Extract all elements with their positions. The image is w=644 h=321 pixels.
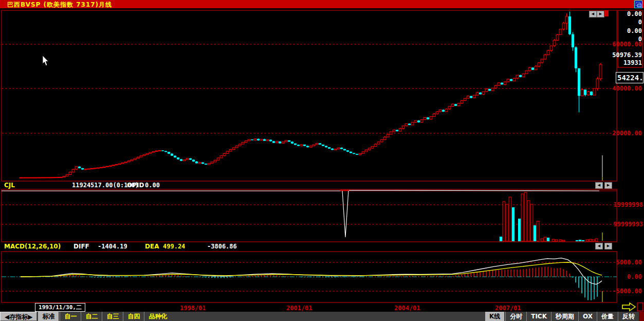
chart-canvas <box>0 0 644 321</box>
toolbar-left-item-0[interactable]: ◀存指标▶ <box>0 312 37 321</box>
macd-diff-value: -1404.19 <box>98 243 127 250</box>
toolbar-left-group: ◀存指标▶标准自一自二自三自四品种化 <box>0 312 171 321</box>
macd-diff-label: DIFF <box>73 243 89 250</box>
macd-bar-value: -3806.86 <box>207 243 237 250</box>
toolbar-right-item-0-selected[interactable]: K线 <box>485 312 504 321</box>
macd-indicator-label[interactable]: MACD(12,26,10) <box>4 243 61 250</box>
app-window: 巴西BVSP (欧美指数 7317)月线 60000.0040000.00200… <box>0 0 644 321</box>
toolbar-right-item-2[interactable]: TICK <box>526 312 551 321</box>
scroll-right-button[interactable]: ▶ <box>597 11 604 17</box>
macd-scroll-right-button[interactable]: ▶ <box>604 243 612 249</box>
scroll-left-button[interactable]: ◀ <box>589 11 597 17</box>
toolbar-left-item-6[interactable]: 品种化 <box>144 312 171 321</box>
toolbar-end-cap <box>639 312 644 321</box>
toolbar-left-item-3[interactable]: 自二 <box>81 312 102 321</box>
toolbar-right-item-4[interactable]: OX <box>578 312 597 321</box>
last-price-box: 54224. <box>616 72 643 83</box>
cjl-opid-value: 0.00 <box>145 182 160 189</box>
toolbar-right-item-5[interactable]: 价量 <box>597 312 618 321</box>
bottom-toolbar: ◀存指标▶标准自一自二自三自四品种化 K线分时TICK秒周期OX价量反转 <box>0 312 644 321</box>
cjl-indicator-label[interactable]: CJL <box>4 182 15 189</box>
cjl-opid-label: OPID <box>127 182 144 189</box>
toolbar-left-item-1-selected[interactable]: 标准 <box>38 312 59 321</box>
scrollbar-thumb[interactable] <box>604 10 609 16</box>
toolbar-right-group: K线分时TICK秒周期OX价量反转 <box>485 312 639 321</box>
toolbar-right-item-6[interactable]: 反转 <box>618 312 639 321</box>
cjl-scroll-right-button[interactable]: ▶ <box>604 182 612 189</box>
toolbar-right-item-1[interactable]: 分时 <box>505 312 526 321</box>
macd-scroll-left-button[interactable]: ◀ <box>595 243 603 249</box>
toolbar-left-item-2[interactable]: 自一 <box>60 312 81 321</box>
next-page-arrow-icon[interactable] <box>622 302 644 312</box>
macd-dea-label: DEA <box>145 243 159 250</box>
macd-dea-value: 499.24 <box>163 243 185 250</box>
mouse-cursor-icon <box>43 56 50 66</box>
cjl-scroll-left-button[interactable]: ◀ <box>595 182 603 189</box>
toolbar-left-item-5[interactable]: 自四 <box>123 312 144 321</box>
current-date-box: 1993/11/30,二 <box>35 303 85 312</box>
toolbar-left-item-4[interactable]: 自三 <box>102 312 123 321</box>
toolbar-right-item-3[interactable]: 秒周期 <box>551 312 578 321</box>
